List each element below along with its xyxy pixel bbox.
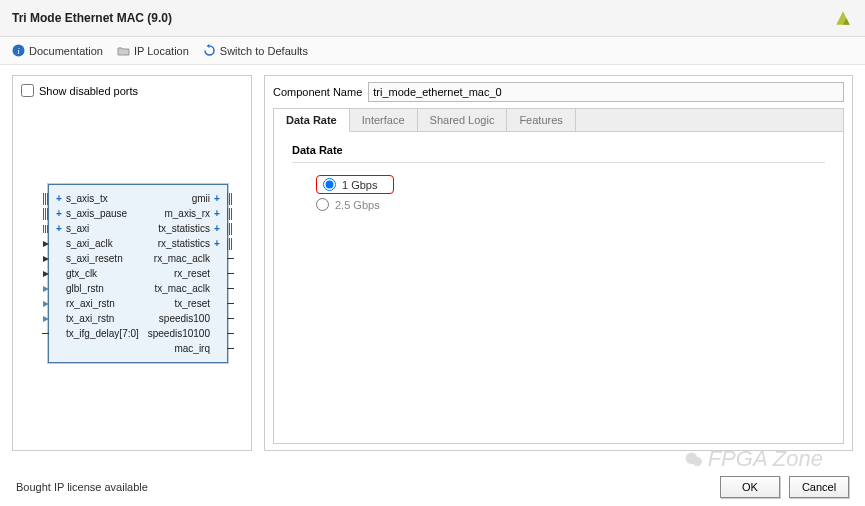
bus-dash-icon <box>227 303 234 304</box>
bus-conn-icon <box>227 223 233 235</box>
port-label: tx_ifg_delay[7:0] <box>66 328 139 339</box>
bus-conn-icon <box>43 208 49 220</box>
plus-icon: + <box>55 208 63 219</box>
port-label: gmii <box>192 193 210 204</box>
component-name-row: Component Name <box>273 82 844 102</box>
info-icon: i <box>12 44 25 57</box>
plus-icon: + <box>213 193 221 204</box>
section-title: Data Rate <box>292 144 825 156</box>
switch-defaults-label: Switch to Defaults <box>220 45 308 57</box>
port-label: tx_reset <box>174 298 210 309</box>
svg-point-2 <box>685 453 697 465</box>
main-area: Show disabled ports <box>0 65 865 451</box>
port-label: rx_statistics <box>158 238 210 249</box>
ip-location-link[interactable]: IP Location <box>117 44 189 57</box>
license-status-text: Bought IP license available <box>16 481 148 493</box>
config-panel: Component Name Data Rate Interface Share… <box>264 75 853 451</box>
tab-interface[interactable]: Interface <box>350 109 418 131</box>
port-label: tx_statistics <box>158 223 210 234</box>
toolbar: i Documentation IP Location Switch to De… <box>0 37 865 65</box>
section-divider <box>292 162 825 163</box>
bus-dash-icon <box>227 288 234 289</box>
plus-icon: + <box>213 208 221 219</box>
symbol-panel: Show disabled ports <box>12 75 252 451</box>
port-label: rx_reset <box>174 268 210 279</box>
bus-dash-icon <box>227 333 234 334</box>
radio-1gbps-label: 1 Gbps <box>342 179 377 191</box>
tri-in-icon <box>43 256 49 262</box>
tri-in-icon <box>43 316 49 322</box>
bus-dash-icon <box>42 333 49 334</box>
port-label: tx_mac_aclk <box>154 283 210 294</box>
bus-dash-icon <box>227 258 234 259</box>
tab-shared-logic[interactable]: Shared Logic <box>418 109 508 131</box>
right-ports: +gmii +m_axis_rx +tx_statistics +rx_stat… <box>148 191 221 356</box>
component-name-label: Component Name <box>273 86 362 98</box>
show-disabled-ports-label: Show disabled ports <box>39 85 138 97</box>
radio-1gbps-input[interactable] <box>323 178 336 191</box>
show-disabled-ports-checkbox[interactable] <box>21 84 34 97</box>
radio-2-5gbps[interactable]: 2.5 Gbps <box>316 198 825 211</box>
port-label: m_axis_rx <box>164 208 210 219</box>
show-disabled-ports-row[interactable]: Show disabled ports <box>19 82 245 99</box>
port-label: s_axi_resetn <box>66 253 123 264</box>
plus-icon: + <box>213 238 221 249</box>
port-label: speedis10100 <box>148 328 210 339</box>
switch-defaults-link[interactable]: Switch to Defaults <box>203 44 308 57</box>
bus-conn-icon <box>43 225 49 233</box>
right-connectors <box>227 191 239 356</box>
bus-conn-icon <box>227 193 233 205</box>
plus-icon: + <box>55 193 63 204</box>
bus-conn-icon <box>227 208 233 220</box>
port-label: s_axi_aclk <box>66 238 113 249</box>
port-label: rx_mac_aclk <box>154 253 210 264</box>
bus-conn-icon <box>227 238 233 250</box>
tri-in-icon <box>43 286 49 292</box>
port-label: glbl_rstn <box>66 283 104 294</box>
tri-in-icon <box>43 241 49 247</box>
ok-button[interactable]: OK <box>720 476 780 498</box>
left-connectors <box>37 191 49 341</box>
port-label: s_axis_pause <box>66 208 127 219</box>
port-label: s_axis_tx <box>66 193 108 204</box>
radio-2-5gbps-label: 2.5 Gbps <box>335 199 380 211</box>
port-label: s_axi <box>66 223 89 234</box>
documentation-link[interactable]: i Documentation <box>12 44 103 57</box>
bus-dash-icon <box>227 273 234 274</box>
svg-point-3 <box>692 457 701 466</box>
bus-dash-icon <box>227 348 234 349</box>
wechat-icon <box>684 450 704 470</box>
bus-dash-icon <box>227 318 234 319</box>
ip-location-label: IP Location <box>134 45 189 57</box>
port-label: gtx_clk <box>66 268 97 279</box>
documentation-label: Documentation <box>29 45 103 57</box>
tri-in-icon <box>43 301 49 307</box>
port-label: rx_axi_rstn <box>66 298 115 309</box>
tab-data-rate[interactable]: Data Rate <box>274 109 350 132</box>
plus-icon: + <box>55 223 63 234</box>
footer: Bought IP license available OK Cancel <box>0 476 865 498</box>
component-name-input[interactable] <box>368 82 844 102</box>
data-rate-radio-group: 1 Gbps 2.5 Gbps <box>292 175 825 211</box>
port-label: mac_irq <box>174 343 210 354</box>
bus-conn-icon <box>43 193 49 205</box>
titlebar: Tri Mode Ethernet MAC (9.0) <box>0 0 865 37</box>
refresh-icon <box>203 44 216 57</box>
radio-1gbps[interactable]: 1 Gbps <box>316 175 394 194</box>
window-title: Tri Mode Ethernet MAC (9.0) <box>12 11 172 25</box>
left-ports: +s_axis_tx +s_axis_pause +s_axi s_axi_ac… <box>55 191 139 356</box>
tab-body: Data Rate 1 Gbps 2.5 Gbps <box>273 132 844 444</box>
footer-buttons: OK Cancel <box>714 476 849 498</box>
radio-2-5gbps-input[interactable] <box>316 198 329 211</box>
xilinx-logo-icon <box>833 8 853 28</box>
port-label: speedis100 <box>159 313 210 324</box>
tab-features[interactable]: Features <box>507 109 575 131</box>
port-label: tx_axi_rstn <box>66 313 114 324</box>
folder-icon <box>117 44 130 57</box>
ip-symbol-block: +s_axis_tx +s_axis_pause +s_axi s_axi_ac… <box>48 184 228 363</box>
plus-icon: + <box>213 223 221 234</box>
tri-in-icon <box>43 271 49 277</box>
tabs: Data Rate Interface Shared Logic Feature… <box>273 108 844 132</box>
cancel-button[interactable]: Cancel <box>789 476 849 498</box>
